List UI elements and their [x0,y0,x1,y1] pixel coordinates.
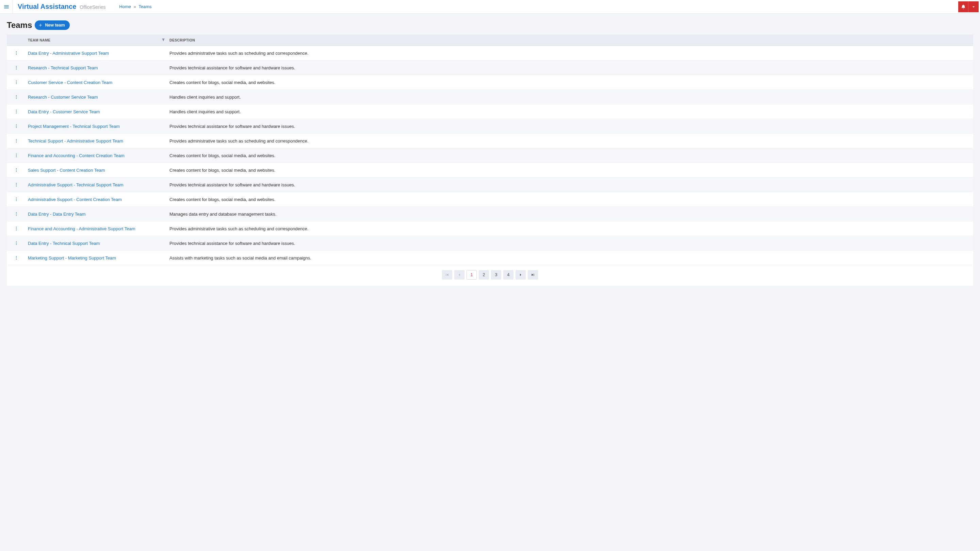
team-description: Handles client inquiries and support. [167,90,973,105]
page-number-3[interactable]: 3 [491,270,501,279]
row-actions-menu[interactable] [9,255,24,261]
svg-point-42 [16,256,17,257]
teams-table: Team Name Description Data Entry - Admin… [7,35,973,265]
svg-point-33 [16,212,17,213]
svg-point-26 [16,171,17,172]
page-next-button[interactable] [515,270,526,279]
team-link[interactable]: Technical Support - Administrative Suppo… [28,138,123,143]
svg-point-36 [16,227,17,227]
svg-point-40 [16,243,17,243]
column-header-description-label: Description [169,38,195,42]
table-row: Data Entry - Administrative Support Team… [7,46,973,60]
row-actions-menu[interactable] [9,123,24,129]
page-number-4[interactable]: 4 [503,270,514,279]
table-row: Data Entry - Technical Support TeamProvi… [7,236,973,251]
svg-point-15 [16,124,17,125]
row-actions-menu[interactable] [9,152,24,159]
team-link[interactable]: Data Entry - Administrative Support Team [28,51,109,56]
kebab-icon [14,51,19,56]
table-row: Technical Support - Administrative Suppo… [7,134,973,148]
breadcrumb-home[interactable]: Home [119,4,131,9]
menu-toggle[interactable] [0,0,13,14]
team-link[interactable]: Data Entry - Data Entry Team [28,211,86,217]
row-actions-menu[interactable] [9,225,24,232]
team-description: Assists with marketing tasks such as soc… [167,251,973,265]
team-link[interactable]: Sales Support - Content Creation Team [28,168,105,173]
row-actions-menu[interactable] [9,167,24,173]
table-row: Sales Support - Content Creation TeamCre… [7,163,973,178]
row-actions-menu[interactable] [9,211,24,217]
page-number-1[interactable]: 1 [466,270,477,279]
kebab-icon [14,182,19,187]
team-link[interactable]: Administrative Support - Technical Suppo… [28,182,124,187]
team-link[interactable]: Data Entry - Customer Service Team [28,109,100,114]
team-link[interactable]: Data Entry - Technical Support Team [28,241,100,246]
column-header-name[interactable]: Team Name [26,35,167,46]
team-link[interactable]: Research - Technical Support Team [28,65,98,70]
kebab-icon [14,211,19,216]
kebab-icon [14,241,19,246]
row-actions-menu[interactable] [9,94,24,100]
team-link[interactable]: Finance and Accounting - Administrative … [28,226,135,231]
svg-point-10 [16,97,17,97]
row-actions-menu[interactable] [9,79,24,86]
column-header-description[interactable]: Description [167,35,973,46]
team-link[interactable]: Customer Service - Content Creation Team [28,80,112,85]
row-actions-menu[interactable] [9,240,24,246]
svg-point-39 [16,241,17,242]
row-actions-menu[interactable] [9,50,24,56]
svg-point-16 [16,126,17,127]
page-last-button[interactable] [528,270,538,279]
svg-point-11 [16,98,17,98]
topbar: Virtual Assistance OfficeSeries Home » T… [0,0,980,14]
brand[interactable]: Virtual Assistance [18,3,76,11]
svg-point-41 [16,244,17,245]
row-actions-menu[interactable] [9,196,24,202]
team-link[interactable]: Finance and Accounting - Content Creatio… [28,153,124,158]
topbar-right [958,2,978,12]
breadcrumb: Home » Teams [119,4,151,9]
kebab-icon [14,65,19,70]
table-row: Customer Service - Content Creation Team… [7,75,973,90]
breadcrumb-current: Teams [138,4,151,9]
svg-point-17 [16,127,17,128]
pagination: 1234 [7,265,973,286]
last-page-icon [530,272,535,277]
row-actions-menu[interactable] [9,182,24,188]
team-link[interactable]: Administrative Support - Content Creatio… [28,197,122,202]
svg-point-29 [16,186,17,186]
team-description: Creates content for blogs, social media,… [167,192,973,207]
row-actions-menu[interactable] [9,138,24,144]
kebab-icon [14,95,19,99]
svg-point-12 [16,110,17,111]
user-menu-button[interactable] [969,2,978,12]
team-link[interactable]: Project Management - Technical Support T… [28,124,120,129]
svg-point-35 [16,215,17,216]
kebab-icon [14,153,19,158]
team-description: Provides technical assistance for softwa… [167,236,973,251]
notifications-button[interactable] [958,2,969,12]
svg-point-22 [16,155,17,156]
svg-point-6 [16,81,17,81]
breadcrumb-separator: » [134,4,136,9]
brand-wrap: Virtual Assistance OfficeSeries [13,3,105,11]
svg-point-1 [16,53,17,53]
table-row: Administrative Support - Content Creatio… [7,192,973,207]
page-prev-button[interactable] [454,270,465,279]
page-first-button[interactable] [442,270,452,279]
svg-point-43 [16,257,17,258]
team-description: Provides administrative tasks such as sc… [167,221,973,236]
column-header-actions [7,35,26,46]
filter-icon[interactable] [161,38,165,43]
row-actions-menu[interactable] [9,65,24,71]
table-row: Data Entry - Customer Service TeamHandle… [7,105,973,119]
page-number-2[interactable]: 2 [479,270,489,279]
svg-point-37 [16,228,17,229]
kebab-icon [14,168,19,172]
kebab-icon [14,109,19,114]
team-link[interactable]: Research - Customer Service Team [28,95,98,100]
team-link[interactable]: Marketing Support - Marketing Support Te… [28,256,116,260]
new-team-button[interactable]: New team [35,21,69,30]
row-actions-menu[interactable] [9,108,24,114]
svg-point-9 [16,95,17,96]
